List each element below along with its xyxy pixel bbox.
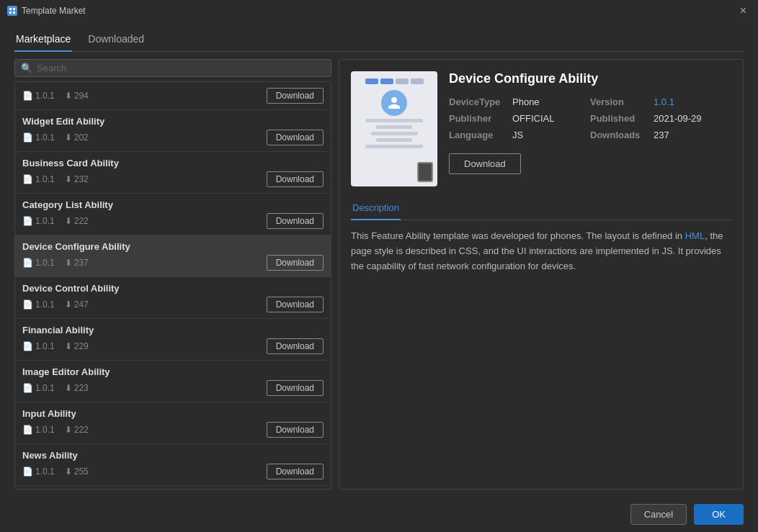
desc-part1: This Feature Ability template was develo… — [351, 230, 685, 241]
svg-rect-1 — [13, 8, 15, 10]
download-button[interactable]: Download — [267, 297, 324, 312]
ok-button[interactable]: OK — [694, 504, 744, 525]
item-name: Category List Ability — [22, 199, 324, 210]
downloads-info: ⬇ 237 — [65, 258, 89, 268]
title-bar: Template Market × — [0, 0, 758, 22]
meta-label: Language — [449, 130, 507, 140]
tab-marketplace[interactable]: Marketplace — [14, 29, 72, 52]
list-item[interactable]: News Ability 📄 1.0.1 ⬇ 255 — [15, 444, 331, 486]
item-name: News Ability — [22, 450, 324, 461]
meta-value: JS — [512, 130, 523, 140]
download-count-icon: ⬇ — [65, 425, 72, 435]
preview-line — [376, 125, 412, 129]
tabs: Marketplace Downloaded — [14, 29, 744, 52]
meta-label: Downloads — [590, 130, 648, 140]
download-count-icon: ⬇ — [65, 174, 72, 184]
preview-tab — [365, 78, 378, 84]
list-item[interactable]: 📄 1.0.1 ⬇ 294 Download — [15, 82, 331, 110]
version-info: 📄 1.0.1 — [22, 174, 55, 184]
template-list: 📄 1.0.1 ⬇ 294 Download Widget Ed — [14, 81, 331, 490]
detail-preview — [351, 71, 437, 186]
detail-download-button[interactable]: Download — [449, 153, 521, 174]
window-title: Template Market — [22, 6, 86, 16]
list-item[interactable]: Financial Ability 📄 1.0.1 ⬇ 229 — [15, 319, 331, 361]
version-info: 📄 1.0.1 — [22, 132, 55, 143]
preview-line — [371, 132, 418, 135]
detail-title: Device Configure Ability — [449, 71, 731, 86]
meta-label: Published — [590, 113, 648, 124]
download-count-icon: ⬇ — [65, 383, 72, 393]
preview-avatar — [381, 90, 407, 116]
preview-line — [365, 119, 423, 122]
list-item[interactable]: Business Card Ability 📄 1.0.1 ⬇ 232 — [15, 152, 331, 194]
download-button[interactable]: Download — [267, 255, 324, 271]
meta-value: 237 — [654, 130, 669, 140]
tab-downloaded[interactable]: Downloaded — [86, 29, 146, 52]
meta-row-version: Version 1.0.1 — [590, 96, 731, 107]
item-name: Financial Ability — [22, 325, 324, 335]
download-button[interactable]: Download — [267, 338, 324, 354]
meta-row-downloads: Downloads 237 — [590, 130, 731, 140]
close-button[interactable]: × — [736, 3, 751, 19]
title-bar-left: Template Market — [7, 6, 86, 16]
desc-tabs: Description — [351, 198, 731, 220]
downloads-info: ⬇ 222 — [65, 216, 89, 226]
file-icon: 📄 — [22, 91, 33, 101]
item-name: Device Control Ability — [22, 283, 324, 294]
downloads-info: ⬇ 232 — [65, 174, 89, 184]
download-button[interactable]: Download — [267, 422, 324, 438]
preview-tab — [380, 78, 393, 84]
meta-value: 1.0.1 — [654, 96, 674, 107]
download-button[interactable]: Download — [267, 171, 324, 187]
file-icon: 📄 — [22, 383, 33, 393]
preview-tab — [411, 78, 424, 84]
item-name: Widget Edit Ability — [22, 116, 324, 127]
detail-meta-grid: DeviceType Phone Version 1.0.1 Publisher… — [449, 96, 731, 140]
meta-row-language: Language JS — [449, 130, 590, 140]
preview-top-bar — [358, 78, 430, 84]
main-content: Marketplace Downloaded 🔍 📄 1.0.1 — [0, 22, 758, 497]
desc-hml-link: HML — [685, 230, 705, 241]
item-name: Input Ability — [22, 408, 324, 419]
meta-value: Phone — [512, 96, 540, 107]
file-icon: 📄 — [22, 466, 33, 477]
download-count-icon: ⬇ — [65, 299, 72, 310]
search-input[interactable] — [37, 63, 325, 73]
download-button[interactable]: Download — [267, 130, 324, 145]
meta-label: DeviceType — [449, 96, 507, 107]
list-item[interactable]: Device Control Ability 📄 1.0.1 ⬇ 247 — [15, 277, 331, 319]
meta-value: OFFICIAL — [512, 113, 555, 124]
file-icon: 📄 — [22, 216, 33, 226]
downloads-info: ⬇ 223 — [65, 383, 89, 393]
cancel-button[interactable]: Cancel — [630, 504, 687, 525]
download-count-icon: ⬇ — [65, 216, 72, 226]
download-count-icon: ⬇ — [65, 341, 72, 351]
downloads-info: ⬇ 255 — [65, 466, 89, 477]
version-info: 📄 1.0.1 — [22, 216, 55, 226]
download-button[interactable]: Download — [267, 213, 324, 229]
file-icon: 📄 — [22, 299, 33, 310]
version-info: 📄 1.0.1 — [22, 341, 55, 351]
app-icon — [7, 6, 17, 16]
list-item[interactable]: Input Ability 📄 1.0.1 ⬇ 222 — [15, 402, 331, 444]
version-info: 📄 1.0.1 — [22, 91, 55, 101]
list-item-selected[interactable]: Device Configure Ability 📄 1.0.1 ⬇ 237 — [15, 235, 331, 277]
download-button[interactable]: Download — [267, 88, 324, 104]
preview-line — [376, 138, 412, 142]
download-count-icon: ⬇ — [65, 258, 72, 268]
list-item[interactable]: Widget Edit Ability 📄 1.0.1 ⬇ 202 — [15, 110, 331, 152]
search-icon: 🔍 — [21, 63, 32, 73]
file-icon: 📄 — [22, 341, 33, 351]
list-item[interactable]: Category List Ability 📄 1.0.1 ⬇ 222 — [15, 194, 331, 235]
meta-value: 2021-09-29 — [654, 113, 702, 124]
meta-row-publisher: Publisher OFFICIAL — [449, 113, 590, 124]
phone-badge — [417, 162, 433, 182]
meta-label: Publisher — [449, 113, 507, 124]
description-text: This Feature Ability template was develo… — [351, 229, 731, 274]
download-button[interactable]: Download — [267, 380, 324, 396]
item-name: Image Editor Ability — [22, 366, 324, 377]
list-item[interactable]: Image Editor Ability 📄 1.0.1 ⬇ 223 — [15, 361, 331, 402]
download-count-icon: ⬇ — [65, 132, 72, 143]
download-button[interactable]: Download — [267, 464, 324, 479]
tab-description[interactable]: Description — [351, 198, 401, 220]
